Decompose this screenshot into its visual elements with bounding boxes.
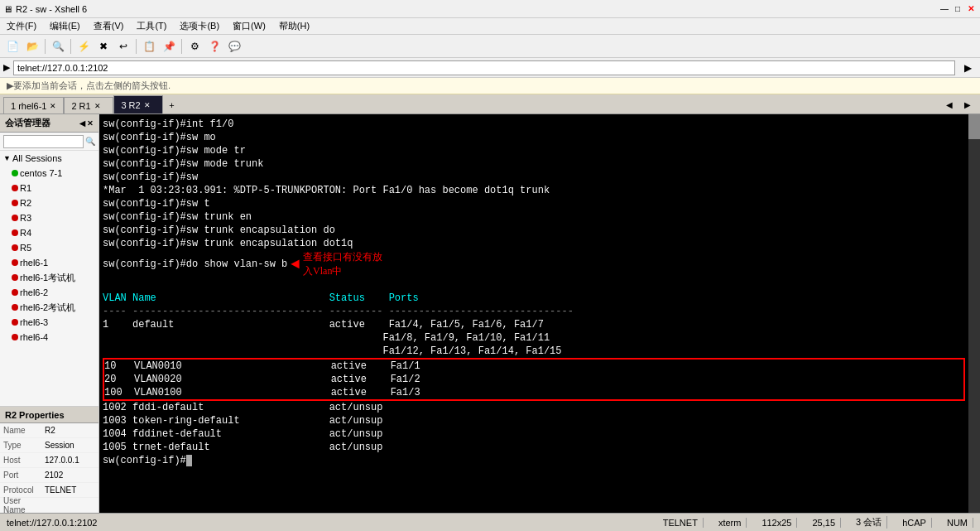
toolbar-sep4: [181, 39, 182, 54]
toolbar-disconnect[interactable]: ✖: [94, 37, 113, 56]
sidebar-header: 会话管理器 ◀ ✕: [0, 114, 98, 133]
sidebar-label-r1: R1: [20, 183, 31, 193]
search-input[interactable]: [3, 135, 84, 148]
table-row-vlan1-ports3: Fa1/12, Fa1/13, Fa1/14, Fa1/15: [103, 345, 977, 358]
sidebar-label-rhel6-4: rhel6-4: [20, 332, 48, 342]
toolbar: 📄 📂 🔍 ⚡ ✖ ↩ 📋 📌 ⚙ ❓ 💬: [0, 35, 980, 58]
table-row-vlan1003: 1003 token-ring-default act/unsup: [103, 414, 977, 427]
tab-close-r2[interactable]: ✕: [144, 101, 151, 109]
sidebar-close[interactable]: ✕: [87, 119, 94, 128]
tab-rhel6-1[interactable]: 1 rhel6-1 ✕: [3, 97, 64, 113]
menu-tabs[interactable]: 选项卡(B): [176, 20, 223, 32]
sidebar-item-rhel6-1[interactable]: rhel6-1: [0, 255, 98, 270]
sidebar-item-rhel6-2[interactable]: rhel6-2: [0, 285, 98, 300]
address-input[interactable]: [13, 60, 955, 75]
tab-nav-right[interactable]: ▶: [958, 95, 977, 113]
terminal[interactable]: sw(config-if)#int f1/0 sw(config-if)#sw …: [99, 114, 980, 513]
props-key-host: Host: [0, 456, 41, 465]
scrollbar-thumb[interactable]: [968, 114, 980, 139]
tab-close-rhel6-1[interactable]: ✕: [50, 102, 56, 110]
sidebar-label-r2: R2: [20, 198, 31, 208]
arrow-icon: ◄: [291, 256, 300, 273]
tab-add-button[interactable]: +: [163, 97, 180, 113]
notif-text: 要添加当前会话，点击左侧的箭头按钮.: [13, 80, 171, 92]
table-row-vlan1-ports2: Fa1/8, Fa1/9, Fa1/10, Fa1/11: [103, 331, 977, 345]
status-num: NUM: [942, 518, 973, 528]
sidebar-pin[interactable]: ◀: [79, 119, 85, 128]
toolbar-connect[interactable]: ⚡: [74, 37, 93, 56]
close-button[interactable]: ✕: [965, 3, 977, 15]
status-size: 112x25: [757, 518, 797, 528]
search-icon: 🔍: [85, 137, 95, 146]
toolbar-settings[interactable]: ⚙: [185, 37, 204, 56]
menu-view[interactable]: 查看(V): [90, 20, 127, 32]
terminal-line-1: sw(config-if)#int f1/0: [103, 118, 977, 131]
table-divider: ---- -------------------------------- --…: [103, 305, 977, 318]
tab-nav-left[interactable]: ◀: [940, 95, 958, 113]
table-row-vlan1002: 1002 fddi-default act/unsup: [103, 401, 977, 414]
minimize-button[interactable]: —: [939, 3, 950, 15]
cursor-block: [186, 455, 192, 466]
props-header: R2 Properties: [0, 407, 98, 423]
sidebar-item-r5[interactable]: R5: [0, 240, 98, 255]
menu-tools[interactable]: 工具(T): [133, 20, 170, 32]
menu-help[interactable]: 帮助(H): [276, 20, 313, 32]
terminal-line-10: sw(config-if)#sw trunk encapsulation dot…: [103, 237, 977, 250]
app-icon: 🖥: [3, 4, 12, 14]
menu-edit[interactable]: 编辑(E): [46, 20, 84, 32]
tab-r1[interactable]: 2 R1 ✕: [64, 97, 113, 113]
toolbar-open[interactable]: 📂: [23, 37, 41, 56]
terminal-prompt: sw(config-if)#: [103, 454, 977, 467]
toolbar-search[interactable]: 🔍: [49, 37, 67, 56]
sidebar-item-r3[interactable]: R3: [0, 210, 98, 225]
menu-window[interactable]: 窗口(W): [229, 20, 269, 32]
menu-file[interactable]: 文件(F): [3, 20, 40, 32]
status-dot-r4: [12, 229, 18, 236]
notif-bar: ▶ 要添加当前会话，点击左侧的箭头按钮.: [0, 78, 980, 94]
sidebar-item-rhel6-4[interactable]: rhel6-4: [0, 330, 98, 345]
terminal-scrollbar[interactable]: [968, 114, 980, 513]
toolbar-sep2: [70, 39, 71, 54]
sidebar-item-r1[interactable]: R1: [0, 181, 98, 196]
sidebar-item-r2[interactable]: R2: [0, 196, 98, 210]
toolbar-reconnect[interactable]: ↩: [114, 37, 132, 56]
toolbar-new[interactable]: 📄: [3, 37, 22, 56]
sidebar-label-rhel6-2: rhel6-2: [20, 287, 48, 297]
terminal-line-3: sw(config-if)#sw mode tr: [103, 144, 977, 157]
terminal-line-7: sw(config-if)#sw t: [103, 197, 977, 210]
table-row-vlan1004: 1004 fddinet-default act/unsup: [103, 427, 977, 441]
status-address: telnet://127.0.0.1:2102: [7, 518, 97, 528]
sidebar-item-rhel6-2exam[interactable]: rhel6-2考试机: [0, 300, 98, 315]
table-row-vlan1: 1 default active Fa1/4, Fa1/5, Fa1/6, Fa…: [103, 318, 977, 331]
toolbar-help[interactable]: ❓: [205, 37, 223, 56]
tab-label-r2: 3 R2: [121, 100, 140, 110]
sidebar-item-r4[interactable]: R4: [0, 225, 98, 240]
sidebar-item-rhel6-3[interactable]: rhel6-3: [0, 315, 98, 330]
status-encoding: xterm: [713, 518, 747, 528]
sidebar-controls: ◀ ✕: [79, 119, 94, 128]
sidebar-search[interactable]: 🔍: [0, 133, 98, 151]
sidebar-item-centos[interactable]: centos 7-1: [0, 166, 98, 181]
terminal-line-9: sw(config-if)#sw trunk encapsulation do: [103, 224, 977, 237]
props-key-port: Port: [0, 471, 41, 480]
sidebar-item-rhel6-1exam[interactable]: rhel6-1考试机: [0, 270, 98, 285]
tab-close-r1[interactable]: ✕: [94, 102, 101, 110]
tab-r2[interactable]: 3 R2 ✕: [113, 95, 163, 113]
status-cap: hCAP: [897, 518, 932, 528]
toolbar-chat[interactable]: 💬: [225, 37, 243, 56]
terminal-line-6: *Mar 1 03:23:03.991: %DTP-5-TRUNKPORTON:…: [103, 184, 977, 197]
session-properties: R2 Properties Name R2 Type Session Host …: [0, 406, 98, 513]
sidebar-label-centos: centos 7-1: [20, 168, 62, 178]
sidebar-label-r5: R5: [20, 243, 31, 253]
status-protocol: TELNET: [658, 518, 704, 528]
status-dot-rhel6-4: [12, 334, 18, 340]
toolbar-sep1: [45, 39, 46, 54]
address-go[interactable]: ▶: [958, 59, 977, 77]
maximize-button[interactable]: □: [952, 3, 963, 15]
terminal-cmd-show: sw(config-if)#do show vlan-sw b ◄ 查看接口有没…: [103, 250, 977, 278]
toolbar-copy[interactable]: 📋: [140, 37, 158, 56]
terminal-line-2: sw(config-if)#sw mo: [103, 131, 977, 144]
address-bar: ▶ ▶: [0, 58, 980, 78]
toolbar-paste[interactable]: 📌: [160, 37, 178, 56]
sidebar-item-all-sessions[interactable]: ▼ All Sessions: [0, 151, 98, 166]
